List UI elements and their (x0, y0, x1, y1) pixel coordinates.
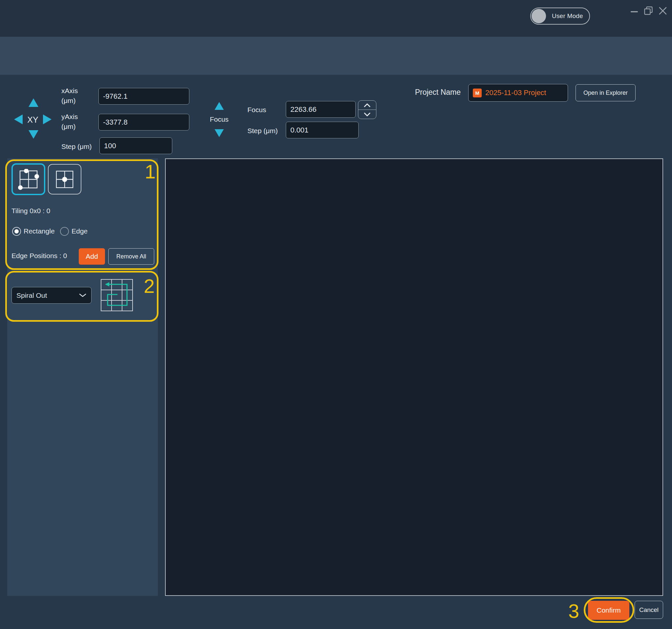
spiral-pattern-icon (99, 277, 135, 313)
yaxis-label: yAxis (μm) (62, 112, 78, 131)
minimize-button[interactable] (628, 5, 641, 18)
focus-up-arrow-icon[interactable] (215, 102, 224, 110)
yaxis-label-line2: (μm) (62, 122, 78, 131)
application-window: User Mode Project Name M 2025-11-03 Proj… (0, 0, 672, 629)
confirm-button[interactable]: Confirm (588, 601, 629, 620)
tiling-sidebar: Tiling 0x0 : 0 Rectangle Edge Edge Posit… (7, 158, 158, 596)
toggle-knob-icon (532, 9, 546, 23)
focus-spinner (358, 100, 376, 119)
spinner-down-button[interactable] (358, 110, 376, 119)
stage-map-canvas[interactable] (165, 158, 663, 596)
xaxis-label: xAxis (μm) (62, 86, 78, 106)
scan-order-dropdown[interactable]: Spiral Out (11, 287, 92, 304)
spinner-down-icon (364, 112, 370, 117)
spinner-up-button[interactable] (358, 101, 376, 110)
xy-right-arrow-icon[interactable] (43, 115, 51, 124)
title-bar: User Mode (0, 0, 672, 37)
chevron-down-icon (79, 294, 86, 298)
user-mode-label: User Mode (552, 12, 583, 20)
user-mode-toggle[interactable]: User Mode (530, 7, 590, 25)
minimize-icon (630, 8, 638, 16)
restore-icon (644, 6, 654, 16)
project-name-field[interactable]: M 2025-11-03 Project (468, 84, 568, 102)
xy-left-arrow-icon[interactable] (14, 115, 23, 124)
xy-label: XY (26, 115, 40, 125)
tiling-three-point-icon (18, 169, 39, 190)
xy-step-input[interactable] (99, 137, 172, 154)
focus-input[interactable] (286, 101, 356, 118)
xaxis-input[interactable] (98, 88, 189, 105)
spinner-up-icon (364, 103, 370, 107)
yaxis-label-line1: yAxis (62, 112, 78, 122)
tiling-summary: Tiling 0x0 : 0 (11, 207, 50, 215)
scan-order-value: Spiral Out (17, 292, 47, 299)
tiling-center-point-button[interactable] (48, 164, 81, 195)
focus-group-label: Focus (206, 116, 232, 123)
annotation-number-3: 3 (568, 601, 579, 621)
rectangle-radio-label[interactable]: Rectangle (24, 227, 55, 235)
edge-radio[interactable] (60, 227, 69, 236)
rectangle-radio[interactable] (12, 227, 21, 236)
close-icon (658, 6, 667, 15)
xaxis-label-line2: (μm) (62, 96, 78, 106)
xy-down-arrow-icon[interactable] (28, 130, 39, 139)
add-button[interactable]: Add (79, 248, 105, 265)
cancel-button[interactable]: Cancel (634, 601, 663, 619)
edge-positions-label: Edge Positions : 0 (11, 252, 67, 260)
edge-radio-label[interactable]: Edge (72, 227, 88, 235)
focus-step-label: Step (μm) (247, 126, 278, 136)
header-bar: Project Name M 2025-11-03 Project Open i… (0, 37, 672, 75)
focus-down-arrow-icon[interactable] (215, 129, 224, 137)
xy-up-arrow-icon[interactable] (28, 98, 39, 107)
focus-step-input[interactable] (286, 122, 359, 139)
xaxis-label-line1: xAxis (62, 86, 78, 96)
close-button[interactable] (656, 4, 669, 17)
project-badge-icon: M (473, 89, 482, 97)
project-name-label: Project Name (415, 88, 461, 97)
tiling-three-point-button[interactable] (11, 163, 45, 195)
tiling-center-point-icon (54, 169, 75, 190)
focus-field-label: Focus (247, 105, 266, 115)
restore-button[interactable] (642, 4, 655, 17)
project-name-value: 2025-11-03 Project (485, 89, 546, 97)
yaxis-input[interactable] (98, 114, 189, 130)
open-in-explorer-button[interactable]: Open in Explorer (576, 84, 635, 101)
xy-step-label: Step (μm) (62, 142, 92, 152)
remove-all-button[interactable]: Remove All (108, 248, 154, 265)
